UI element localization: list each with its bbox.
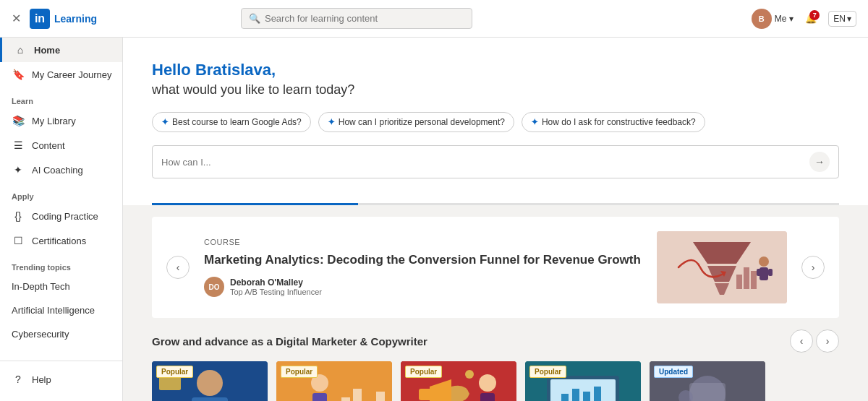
avatar: B xyxy=(752,9,772,29)
svg-rect-8 xyxy=(768,269,773,276)
apply-section-label: Apply xyxy=(0,182,122,204)
greeting-heading: Hello Bratislava, xyxy=(152,61,839,79)
course-card-4[interactable]: Popular 2h 47m COURSE xyxy=(525,361,641,401)
card-thumbnail-4: Popular 2h 47m xyxy=(525,361,641,401)
suggestion-chip-3[interactable]: ✦ How do I ask for constructive feedback… xyxy=(522,112,705,132)
suggestion-chip-2[interactable]: ✦ How can I prioritize personal developm… xyxy=(318,112,514,132)
course-card-5[interactable]: Updated COURSE xyxy=(650,361,765,401)
svg-rect-26 xyxy=(419,389,432,400)
svg-point-27 xyxy=(479,374,496,392)
instructor-row: DO Deborah O'Malley Top A/B Testing Infl… xyxy=(204,277,642,297)
sidebar-item-coding[interactable]: {} Coding Practice xyxy=(0,204,122,228)
popular-badge-4: Popular xyxy=(529,366,566,378)
instructor-title: Top A/B Testing Influencer xyxy=(230,288,322,296)
sidebar-item-coaching[interactable]: ✦ AI Coaching xyxy=(0,158,122,182)
svg-rect-10 xyxy=(744,267,749,289)
instructor-name: Deborah O'Malley xyxy=(230,277,322,288)
plus-icon: ✦ xyxy=(161,117,169,127)
sidebar-item-label: Help xyxy=(32,374,51,385)
subtitle-heading: what would you like to learn today? xyxy=(152,82,839,98)
topnav-right: B Me ▾ 🔔 7 EN ▾ xyxy=(752,9,856,29)
sidebar-item-help[interactable]: ? Help xyxy=(0,367,122,392)
sidebar-item-label: Cybersecurity xyxy=(12,329,69,340)
me-label: Me xyxy=(775,14,787,24)
search-bar[interactable]: 🔍 xyxy=(241,8,472,29)
svg-rect-14 xyxy=(192,397,228,401)
course-type-label: COURSE xyxy=(204,238,642,246)
sidebar-item-tech[interactable]: In-Depth Tech xyxy=(0,275,122,298)
grow-prev-button[interactable]: ‹ xyxy=(790,329,813,353)
sidebar-item-content[interactable]: ☰ Content xyxy=(0,133,122,158)
svg-rect-40 xyxy=(689,383,726,401)
brand-logo[interactable]: in Learning xyxy=(30,9,97,29)
next-arrow-button[interactable]: › xyxy=(801,256,825,279)
sidebar-item-label: In-Depth Tech xyxy=(12,281,70,292)
notifications-button[interactable]: 🔔 7 xyxy=(805,13,817,24)
help-icon: ? xyxy=(12,374,25,385)
instructor-info: Deborah O'Malley Top A/B Testing Influen… xyxy=(230,277,322,296)
grow-nav: ‹ › xyxy=(790,329,839,353)
content-icon: ☰ xyxy=(12,139,25,151)
svg-rect-34 xyxy=(572,389,579,401)
sidebar-item-label: Certifications xyxy=(32,236,86,246)
course-details: COURSE Marketing Analytics: Decoding the… xyxy=(204,238,642,297)
sidebar-item-certifications[interactable]: ☐ Certifications xyxy=(0,228,122,253)
svg-point-13 xyxy=(197,370,223,396)
cert-icon: ☐ xyxy=(12,235,25,246)
updated-badge-5: Updated xyxy=(654,366,693,378)
course-cards-row: SALE Popular 33m COURSE xyxy=(152,361,839,401)
grow-section: Grow and advance as a Digital Marketer &… xyxy=(123,329,868,401)
svg-rect-7 xyxy=(757,269,761,276)
chip-label: How do I ask for constructive feedback? xyxy=(542,117,696,127)
learn-section-label: Learn xyxy=(0,87,122,108)
sidebar: ⌂ Home 🔖 My Career Journey Learn 📚 My Li… xyxy=(0,38,123,401)
funnel-illustration xyxy=(657,231,787,303)
course-thumbnail xyxy=(657,231,787,303)
chevron-down-icon: ▾ xyxy=(789,14,793,24)
svg-rect-21 xyxy=(353,389,362,401)
prev-arrow-button[interactable]: ‹ xyxy=(166,256,190,279)
lang-label: EN xyxy=(833,14,846,24)
close-button[interactable]: ✕ xyxy=(12,12,21,25)
svg-rect-9 xyxy=(736,275,742,289)
course-card-1[interactable]: SALE Popular 33m COURSE xyxy=(152,361,268,401)
popular-badge-2: Popular xyxy=(281,366,318,378)
sidebar-item-career[interactable]: 🔖 My Career Journey xyxy=(0,62,122,87)
sidebar-item-library[interactable]: 📚 My Library xyxy=(0,108,122,133)
plus-icon: ✦ xyxy=(531,117,538,127)
instructor-initials: DO xyxy=(209,283,220,291)
instructor-avatar: DO xyxy=(204,277,224,297)
language-button[interactable]: EN ▾ xyxy=(828,11,856,27)
sidebar-item-label: Coding Practice xyxy=(32,211,98,222)
grow-header: Grow and advance as a Digital Marketer &… xyxy=(152,329,839,353)
grow-next-button[interactable]: › xyxy=(816,329,839,353)
popular-badge-3: Popular xyxy=(405,366,442,378)
sidebar-item-cybersecurity[interactable]: Cybersecurity xyxy=(0,322,122,346)
search-icon: 🔍 xyxy=(249,13,260,24)
svg-point-29 xyxy=(465,370,474,379)
svg-rect-11 xyxy=(751,271,757,289)
card-thumbnail-5: Updated xyxy=(650,361,765,401)
course-card-2[interactable]: Popular 1h 56m COURSE xyxy=(276,361,392,401)
top-navigation: ✕ in Learning 🔍 B Me ▾ 🔔 7 EN ▾ xyxy=(0,0,868,38)
sidebar-item-label: Content xyxy=(32,140,65,151)
send-button[interactable]: → xyxy=(809,152,830,172)
me-button[interactable]: B Me ▾ xyxy=(752,9,794,29)
plus-icon: ✦ xyxy=(328,117,335,127)
main-content: Hello Bratislava, what would you like to… xyxy=(123,38,868,401)
suggestion-chips: ✦ Best course to learn Google Ads? ✦ How… xyxy=(152,112,839,132)
linkedin-logo-icon: in xyxy=(30,9,50,29)
suggestion-chip-1[interactable]: ✦ Best course to learn Google Ads? xyxy=(152,112,311,132)
ask-input-row: → xyxy=(152,145,839,178)
featured-course-card: ‹ COURSE Marketing Analytics: Decoding t… xyxy=(152,217,839,318)
svg-rect-35 xyxy=(583,392,590,401)
ask-input[interactable] xyxy=(161,157,804,168)
sidebar-item-home[interactable]: ⌂ Home xyxy=(0,38,122,62)
sidebar-item-ai[interactable]: Artificial Intelligence xyxy=(0,298,122,322)
course-title: Marketing Analytics: Decoding the Conver… xyxy=(204,252,642,268)
home-icon: ⌂ xyxy=(14,44,27,56)
svg-rect-33 xyxy=(561,394,569,401)
search-input[interactable] xyxy=(265,13,464,24)
svg-rect-19 xyxy=(312,393,327,401)
course-card-3[interactable]: Popular 1h 35m COURSE xyxy=(401,361,516,401)
